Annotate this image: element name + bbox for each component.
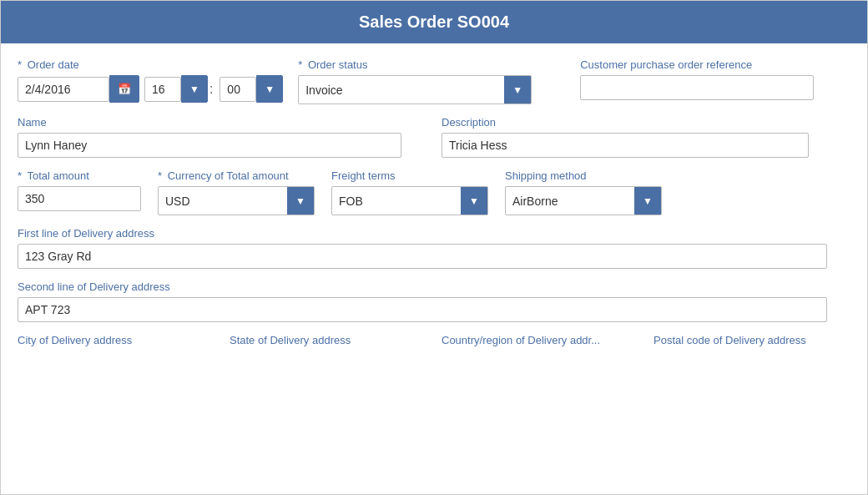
order-status-group: * Order status ▼ (298, 58, 565, 104)
form-area: * Order date 📅 ▼ : (1, 43, 867, 494)
freight-dropdown-button[interactable]: ▼ (461, 187, 487, 215)
required-star-2: * (298, 58, 302, 71)
delivery-line1-label: First line of Delivery address (18, 227, 154, 240)
cpo-ref-label: Customer purchase order reference (580, 58, 850, 71)
chevron-down-icon-6: ▼ (643, 195, 653, 207)
total-amount-group: * Total amount (18, 169, 143, 211)
calendar-button[interactable]: 📅 (109, 75, 139, 103)
name-label: Name (18, 116, 426, 129)
date-time-input-group: 📅 ▼ : ▼ (18, 75, 283, 103)
row-4: First line of Delivery address (18, 227, 850, 269)
shipping-input[interactable] (506, 189, 634, 213)
shipping-group: Shipping method ▼ (505, 169, 664, 215)
row-5: Second line of Delivery address (18, 280, 850, 322)
name-group: Name (18, 116, 426, 158)
row-1: * Order date 📅 ▼ : (18, 58, 850, 104)
chevron-down-icon-5: ▼ (469, 195, 479, 207)
minute-select: ▼ (220, 75, 283, 103)
order-status-label: * Order status (298, 58, 565, 71)
shipping-label: Shipping method (505, 169, 664, 182)
cpo-ref-input[interactable] (580, 75, 814, 100)
date-input[interactable] (18, 77, 109, 102)
time-select: ▼ (144, 75, 208, 103)
window-title: Sales Order SO004 (359, 13, 509, 31)
row-3: * Total amount * Currency of Total amoun… (18, 169, 850, 215)
freight-group: Freight terms ▼ (331, 169, 490, 215)
description-input[interactable] (442, 133, 809, 158)
description-group: Description (442, 116, 850, 158)
currency-select[interactable]: ▼ (158, 186, 315, 215)
delivery-line2-input[interactable] (18, 297, 827, 322)
country-label: Country/region of Delivery addr... (442, 334, 638, 346)
order-date-label: * Order date (18, 58, 283, 71)
required-star-3: * (18, 169, 22, 182)
freight-label: Freight terms (331, 169, 490, 182)
shipping-select[interactable]: ▼ (505, 186, 662, 215)
delivery-line1-input[interactable] (18, 244, 827, 269)
order-status-select[interactable]: ▼ (298, 75, 532, 104)
currency-input[interactable] (159, 189, 287, 213)
shipping-dropdown-button[interactable]: ▼ (634, 187, 661, 215)
hour-input[interactable] (144, 77, 181, 102)
freight-select[interactable]: ▼ (331, 186, 488, 215)
total-amount-label: * Total amount (18, 169, 143, 182)
state-label: State of Delivery address (230, 334, 426, 346)
description-label: Description (442, 116, 850, 129)
delivery-line2-label: Second line of Delivery address (18, 280, 170, 293)
title-bar: Sales Order SO004 (1, 1, 867, 43)
minute-input[interactable] (220, 77, 256, 102)
order-status-input[interactable] (299, 78, 504, 102)
chevron-down-icon-3: ▼ (512, 84, 522, 96)
currency-dropdown-button[interactable]: ▼ (287, 187, 314, 215)
order-date-group: * Order date 📅 ▼ : (18, 58, 283, 103)
currency-group: * Currency of Total amount ▼ (158, 169, 316, 215)
total-amount-input[interactable] (18, 186, 141, 211)
hour-dropdown-button[interactable]: ▼ (181, 75, 208, 103)
postal-label: Postal code of Delivery address (654, 334, 850, 346)
required-star: * (18, 58, 22, 71)
currency-label: * Currency of Total amount (158, 169, 316, 182)
city-label: City of Delivery address (18, 334, 214, 346)
minute-dropdown-button[interactable]: ▼ (256, 75, 283, 103)
name-input[interactable] (18, 133, 401, 158)
bottom-labels-row: City of Delivery address State of Delive… (18, 334, 850, 346)
required-star-4: * (158, 169, 162, 182)
order-status-dropdown-button[interactable]: ▼ (504, 76, 531, 104)
cpo-ref-group: Customer purchase order reference (580, 58, 850, 100)
time-separator: : (208, 82, 214, 97)
calendar-icon: 📅 (118, 83, 131, 95)
row-2: Name Description (18, 116, 850, 158)
sales-order-window: Sales Order SO004 * Order date 📅 (0, 0, 868, 495)
chevron-down-icon-4: ▼ (295, 195, 305, 207)
freight-input[interactable] (332, 189, 461, 213)
chevron-down-icon-2: ▼ (265, 83, 275, 95)
chevron-down-icon: ▼ (189, 83, 199, 95)
